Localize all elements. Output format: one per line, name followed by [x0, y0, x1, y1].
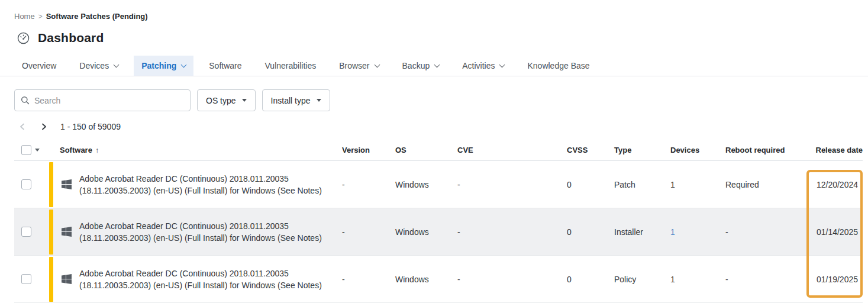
row-checkbox[interactable]: [21, 227, 31, 237]
breadcrumb: Home > Software Patches (Pending): [0, 0, 868, 21]
table-header-row: Software ↑ Version OS CVE CVSS Type Devi…: [14, 140, 863, 161]
chevron-down-icon: [374, 62, 380, 67]
version-value: -: [337, 227, 391, 237]
type-value: Policy: [609, 275, 666, 284]
cve-value: -: [453, 180, 562, 189]
tab-patching[interactable]: Patching: [134, 56, 193, 76]
tab-software[interactable]: Software: [201, 56, 249, 76]
column-header-type[interactable]: Type: [609, 146, 666, 154]
header-select-controls: [14, 140, 49, 160]
windows-icon: [62, 179, 72, 189]
cve-value: -: [453, 275, 562, 284]
tab-activities[interactable]: Activities: [454, 56, 512, 76]
column-header-software[interactable]: Software ↑: [49, 146, 337, 154]
page-header: Dashboard: [17, 31, 868, 45]
chevron-down-icon: [434, 62, 440, 67]
column-header-version[interactable]: Version: [337, 146, 391, 154]
severity-bar: [49, 210, 53, 255]
chevron-right-icon: [40, 123, 48, 131]
sort-ascending-icon: ↑: [95, 146, 99, 154]
column-header-cve[interactable]: CVE: [453, 146, 562, 154]
column-header-reboot-required[interactable]: Reboot required: [721, 146, 809, 154]
table-row[interactable]: Adobe Acrobat Reader DC (Continuous) 201…: [14, 161, 863, 208]
chevron-down-icon: [499, 62, 505, 67]
os-value: Windows: [391, 227, 453, 237]
tab-knowledge-base[interactable]: Knowledge Base: [519, 56, 597, 76]
select-all-checkbox[interactable]: [21, 145, 31, 155]
software-name[interactable]: Adobe Acrobat Reader DC (Continuous) 201…: [76, 173, 337, 197]
previous-page-button[interactable]: [18, 121, 27, 133]
caret-down-icon: [242, 99, 247, 102]
tab-backup[interactable]: Backup: [395, 56, 447, 76]
search-icon: [21, 96, 30, 105]
cvss-value: 0: [562, 227, 609, 237]
windows-icon: [62, 274, 72, 284]
search-box[interactable]: [14, 89, 191, 111]
table-row[interactable]: Adobe Acrobat Reader DC (Continuous) 201…: [14, 256, 863, 303]
gauge-dashboard-icon: [17, 31, 30, 45]
tab-devices[interactable]: Devices: [72, 56, 126, 76]
column-header-cvss[interactable]: CVSS: [562, 146, 609, 154]
caret-down-icon: [317, 99, 321, 102]
release-date-value: 12/20/2024: [809, 180, 863, 189]
type-value: Patch: [609, 180, 666, 189]
version-value: -: [337, 275, 391, 284]
search-input[interactable]: [34, 96, 184, 105]
type-value: Installer: [609, 227, 666, 237]
reboot-required-value: -: [721, 275, 809, 284]
software-name[interactable]: Adobe Acrobat Reader DC (Continuous) 201…: [76, 220, 337, 244]
windows-icon: [62, 227, 72, 237]
pagination: 1 - 150 of 59009: [18, 119, 868, 134]
chevron-down-icon: [114, 62, 120, 67]
select-menu-caret-icon[interactable]: [35, 149, 40, 152]
tab-overview[interactable]: Overview: [14, 56, 64, 76]
tab-browser[interactable]: Browser: [331, 56, 386, 76]
table-row[interactable]: Adobe Acrobat Reader DC (Continuous) 201…: [14, 208, 863, 256]
tab-vulnerabilities[interactable]: Vulnerabilities: [257, 56, 324, 76]
pagination-range: 1 - 150 of 59009: [60, 122, 121, 131]
page-title: Dashboard: [38, 31, 104, 45]
devices-count-link[interactable]: 1: [666, 227, 721, 237]
breadcrumb-home-link[interactable]: Home: [14, 12, 35, 21]
release-date-value: 01/19/2025: [809, 275, 863, 284]
breadcrumb-separator-icon: >: [38, 12, 43, 21]
os-value: Windows: [391, 275, 453, 284]
chevron-down-icon: [181, 62, 187, 67]
version-value: -: [337, 180, 391, 189]
release-date-value: 01/14/2025: [809, 227, 863, 237]
row-checkbox[interactable]: [21, 179, 31, 189]
column-header-release-date[interactable]: Release date: [809, 146, 863, 154]
severity-bar: [49, 162, 53, 207]
devices-count[interactable]: 1: [666, 275, 721, 284]
cve-value: -: [453, 227, 562, 237]
column-header-os[interactable]: OS: [391, 146, 453, 154]
os-type-dropdown[interactable]: OS type: [197, 89, 256, 111]
chevron-left-icon: [18, 123, 27, 131]
install-type-dropdown[interactable]: Install type: [262, 89, 330, 111]
reboot-required-value: Required: [721, 180, 809, 189]
filter-bar: OS type Install type: [14, 89, 868, 111]
software-name[interactable]: Adobe Acrobat Reader DC (Continuous) 201…: [76, 268, 337, 291]
severity-bar: [49, 257, 53, 302]
row-checkbox[interactable]: [21, 274, 31, 284]
reboot-required-value: -: [721, 227, 809, 237]
next-page-button[interactable]: [39, 121, 49, 133]
devices-count[interactable]: 1: [666, 180, 721, 189]
cvss-value: 0: [562, 180, 609, 189]
os-value: Windows: [391, 180, 453, 189]
column-header-devices[interactable]: Devices: [666, 146, 721, 154]
cvss-value: 0: [562, 275, 609, 284]
tab-bar: Overview Devices Patching Software Vulne…: [0, 56, 868, 76]
breadcrumb-current: Software Patches (Pending): [46, 12, 148, 21]
